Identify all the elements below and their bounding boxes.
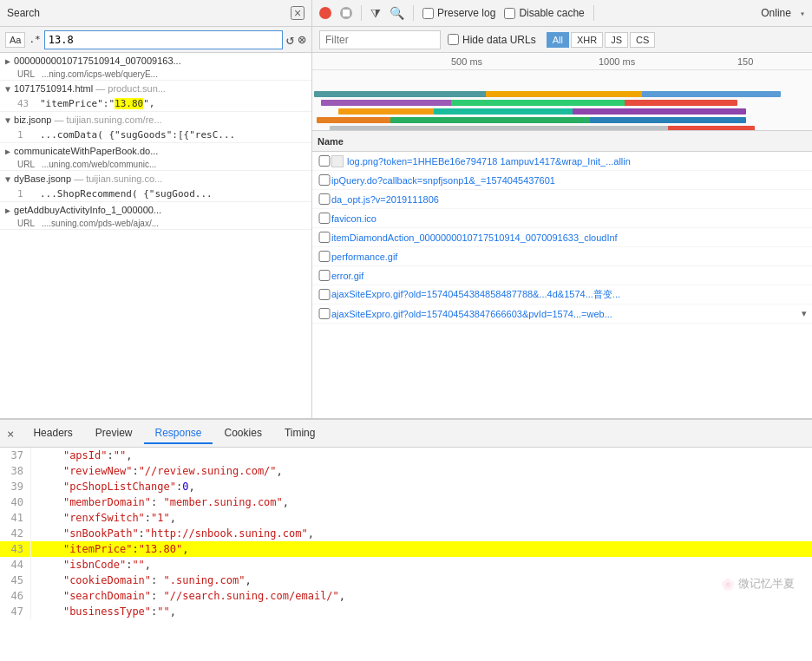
hide-data-urls-label: Hide data URLs — [462, 34, 536, 46]
net-item-checkbox[interactable] — [318, 308, 331, 319]
type-btn-xhr[interactable]: XHR — [571, 32, 603, 48]
search-input[interactable] — [44, 30, 283, 49]
net-item-checkbox[interactable] — [318, 174, 331, 186]
net-item-checkbox[interactable] — [318, 251, 331, 262]
list-item[interactable]: log.png?token=1HHEBe16e794718 1ampuv1417… — [312, 152, 812, 171]
net-item-name: ajaxSiteExpro.gif?old=157404543847666603… — [331, 309, 798, 319]
line-number: 44 — [0, 557, 31, 573]
bar — [642, 91, 781, 97]
list-item[interactable]: ajaxSiteExpro.gif?old=157404543848584877… — [312, 285, 812, 304]
line-number: 1 — [17, 188, 35, 200]
hide-data-urls-input[interactable] — [448, 34, 459, 45]
separator2 — [413, 5, 414, 21]
close-search-button[interactable]: × — [291, 6, 304, 20]
result-header[interactable]: ▼ biz.jsonp — tuijian.suning.com/re... — [0, 112, 311, 128]
regex-button[interactable]: .* — [29, 34, 40, 45]
chevron-down-icon[interactable]: ▾ — [800, 9, 805, 18]
result-header[interactable]: ▼ 10717510914.html — product.sun... — [0, 81, 311, 96]
search-panel-header: Search × — [0, 0, 312, 26]
result-header[interactable]: ▶ communicateWithPaperBook.do... — [0, 143, 311, 159]
search-icon[interactable]: 🔍 — [390, 6, 404, 20]
disable-cache-checkbox[interactable]: Disable cache — [504, 7, 584, 19]
preserve-log-input[interactable] — [422, 8, 434, 19]
list-item[interactable]: ipQuery.do?callback=snpfjsonp1&_=1574045… — [312, 171, 812, 190]
online-label: Online — [761, 7, 791, 19]
tab-cookies[interactable]: Cookies — [214, 423, 272, 444]
line-number: 47 — [0, 604, 31, 619]
filter-icon[interactable]: ⧩ — [370, 6, 381, 21]
disable-cache-label: Disable cache — [519, 7, 584, 19]
net-item-checkbox[interactable] — [318, 289, 331, 300]
separator3 — [593, 5, 594, 21]
tab-response[interactable]: Response — [144, 423, 212, 444]
tab-preview[interactable]: Preview — [85, 423, 143, 444]
separator — [361, 5, 362, 21]
result-header[interactable]: ▶ getAddbuyActivityInfo_1_000000... — [0, 202, 311, 218]
net-item-name: log.png?token=1HHEBe16e794718 1ampuv1417… — [331, 155, 807, 167]
tab-timing[interactable]: Timing — [274, 423, 326, 444]
code-line-highlighted: 43 "itemPrice":"13.80", — [0, 541, 812, 557]
line-number: 37 — [0, 448, 31, 463]
result-header[interactable]: ▶ 00000000010717510914_007009163... — [0, 53, 311, 69]
list-item[interactable]: ajaxSiteExpro.gif?old=157404543847666603… — [312, 304, 812, 324]
result-filename: 10717510914.html — product.sun... — [14, 83, 166, 94]
tab-headers[interactable]: Headers — [23, 423, 82, 444]
tick-150: 150 — [737, 56, 753, 67]
stop-button[interactable] — [340, 7, 352, 19]
net-item-name: performance.gif — [331, 252, 807, 262]
name-column-header: Name — [318, 136, 344, 147]
tick-1000ms: 1000 ms — [599, 56, 635, 67]
net-item-checkbox[interactable] — [318, 270, 331, 281]
search-highlight: 13.80 — [115, 98, 143, 109]
code-line: 44 "isbnCode":"", — [0, 557, 812, 573]
filter-input[interactable] — [319, 30, 441, 49]
list-item[interactable]: performance.gif — [312, 247, 812, 266]
preserve-log-checkbox[interactable]: Preserve log — [422, 7, 495, 19]
type-btn-css[interactable]: CS — [630, 32, 655, 48]
result-url: URL ...uning.com/web/communic... — [0, 159, 311, 170]
list-item[interactable]: favicon.ico — [312, 209, 812, 228]
list-item[interactable]: itemDiamondAction_0000000010717510914_00… — [312, 228, 812, 247]
scroll-indicator: ▾ — [802, 308, 807, 319]
network-list[interactable]: log.png?token=1HHEBe16e794718 1ampuv1417… — [312, 152, 812, 418]
code-line: 38 "reviewNew":"//review.suning.com/", — [0, 463, 812, 479]
bar — [486, 91, 659, 97]
result-header[interactable]: ▼ dyBase.jsonp — tuijian.suning.co... — [0, 171, 311, 187]
net-item-checkbox[interactable] — [318, 213, 331, 224]
list-item[interactable]: 43 "itemPrice":"13.80", — [0, 96, 311, 111]
timeline-bars — [312, 88, 812, 131]
type-btn-js[interactable]: JS — [605, 32, 628, 48]
bar — [330, 126, 677, 131]
bar — [590, 117, 746, 123]
tick-500ms: 500 ms — [451, 56, 482, 67]
list-item[interactable]: 1 ...comData( {"sugGoods":[{"resC... — [0, 128, 311, 142]
search-results-list: ▶ 00000000010717510914_007009163... URL … — [0, 53, 311, 418]
disable-cache-input[interactable] — [504, 8, 515, 19]
list-item: ▼ 10717510914.html — product.sun... 43 "… — [0, 81, 311, 112]
list-item[interactable]: error.gif — [312, 266, 812, 285]
result-url: URL ....suning.com/pds-web/ajax/... — [0, 218, 311, 229]
close-panel-button[interactable]: × — [7, 427, 14, 441]
network-list-header: Name — [312, 131, 812, 152]
list-item: ▶ getAddbuyActivityInfo_1_000000... URL … — [0, 202, 311, 230]
clear-search-button[interactable]: ⊗ — [298, 31, 306, 48]
net-item-checkbox[interactable] — [318, 155, 331, 167]
bar — [451, 100, 642, 106]
bottom-tabs: × Headers Preview Response Cookies Timin… — [0, 420, 812, 448]
net-item-checkbox[interactable] — [318, 193, 331, 205]
bar — [573, 108, 746, 115]
case-sensitive-button[interactable]: Aa — [5, 32, 25, 48]
list-item: ▼ biz.jsonp — tuijian.suning.com/re... 1… — [0, 112, 311, 143]
line-number: 1 — [17, 129, 35, 141]
line-number: 46 — [0, 588, 31, 604]
line-number: 42 — [0, 526, 31, 541]
list-item[interactable]: 1 ...ShopRecommend( {"sugGood... — [0, 187, 311, 201]
net-item-checkbox[interactable] — [318, 232, 331, 243]
list-item: ▶ 00000000010717510914_007009163... URL … — [0, 53, 311, 81]
hide-data-urls-checkbox[interactable]: Hide data URLs — [448, 34, 536, 46]
bar — [434, 108, 590, 115]
type-btn-all[interactable]: All — [547, 32, 569, 48]
list-item[interactable]: da_opt.js?v=2019111806 — [312, 190, 812, 209]
record-button[interactable] — [319, 7, 331, 19]
refresh-button[interactable]: ↺ — [286, 31, 295, 48]
